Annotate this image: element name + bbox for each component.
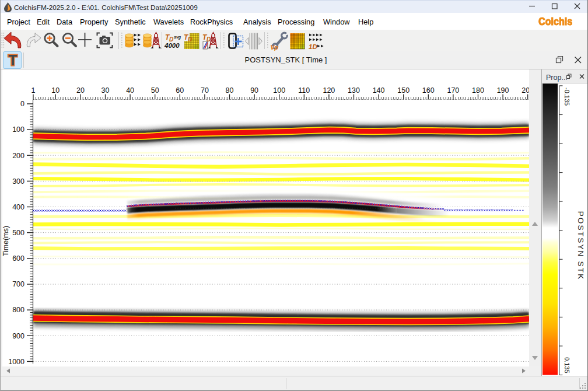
svg-text:-0.135: -0.135 — [564, 88, 570, 106]
svg-text:600: 600 — [12, 254, 24, 263]
svg-text:150: 150 — [397, 86, 410, 95]
svg-text:0.135: 0.135 — [564, 357, 570, 373]
svg-text:1: 1 — [32, 86, 36, 95]
svg-text:50: 50 — [151, 86, 159, 95]
svg-text:180: 180 — [472, 86, 484, 95]
svg-text:20: 20 — [76, 86, 85, 95]
svg-text:800: 800 — [12, 306, 24, 314]
svg-text:90: 90 — [250, 86, 258, 95]
svg-text:0: 0 — [20, 100, 24, 108]
svg-text:190: 190 — [497, 86, 509, 95]
svg-text:60: 60 — [176, 86, 184, 95]
svg-text:4000: 4000 — [164, 42, 180, 49]
svg-text:110: 110 — [298, 86, 310, 95]
svg-text:70: 70 — [201, 86, 209, 95]
svg-text:30: 30 — [102, 86, 110, 95]
svg-text:700: 700 — [12, 280, 24, 288]
svg-text:Prop...: Prop... — [546, 74, 568, 82]
svg-text:100: 100 — [273, 86, 285, 95]
svg-text:40: 40 — [126, 86, 134, 95]
svg-text:300: 300 — [12, 177, 24, 186]
svg-text:avg: avg — [174, 35, 181, 40]
svg-text:Time(ms): Time(ms) — [2, 226, 10, 256]
svg-text:200: 200 — [522, 86, 530, 95]
svg-text:500: 500 — [12, 229, 24, 237]
svg-text:160: 160 — [422, 86, 435, 95]
svg-text:1D: 1D — [309, 43, 317, 50]
svg-text:100: 100 — [12, 125, 24, 134]
svg-text:POSTSYN STK: POSTSYN STK — [576, 211, 585, 281]
svg-text:200: 200 — [12, 152, 24, 160]
svg-text:170: 170 — [447, 86, 459, 95]
svg-text:900: 900 — [12, 332, 24, 340]
svg-text:1000: 1000 — [8, 358, 24, 366]
svg-text:120: 120 — [323, 86, 335, 95]
svg-text:D: D — [188, 36, 192, 43]
svg-text:400: 400 — [12, 203, 24, 211]
svg-text:80: 80 — [226, 86, 234, 95]
svg-text:130: 130 — [348, 86, 360, 95]
svg-text:Vp: Vp — [271, 44, 279, 51]
svg-text:140: 140 — [373, 86, 385, 95]
svg-text:10: 10 — [51, 86, 60, 95]
